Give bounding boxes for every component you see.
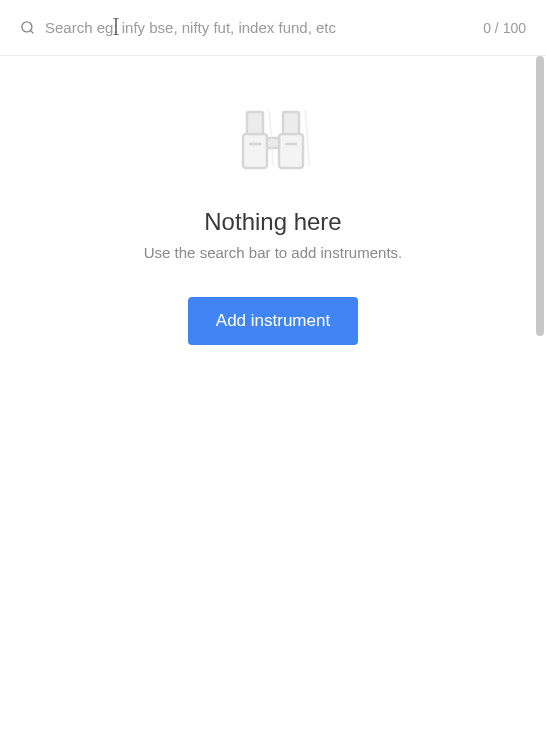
search-bar: 0 / 100 — [0, 0, 546, 56]
svg-rect-2 — [243, 134, 267, 168]
svg-rect-5 — [283, 112, 299, 134]
svg-line-1 — [30, 30, 33, 33]
svg-rect-3 — [279, 134, 303, 168]
content-area: Nothing here Use the search bar to add i… — [0, 56, 546, 750]
add-instrument-button[interactable]: Add instrument — [188, 297, 358, 345]
binoculars-icon — [233, 106, 313, 178]
svg-rect-4 — [247, 112, 263, 134]
search-icon — [20, 20, 35, 35]
search-input[interactable] — [45, 19, 473, 36]
svg-rect-6 — [267, 138, 279, 148]
empty-state-subtitle: Use the search bar to add instruments. — [144, 244, 402, 261]
scrollbar-thumb[interactable] — [536, 56, 544, 336]
scrollbar[interactable] — [536, 56, 544, 356]
watchlist-panel: 0 / 100 — [0, 0, 546, 750]
instrument-counter: 0 / 100 — [483, 20, 526, 36]
empty-state: Nothing here Use the search bar to add i… — [0, 56, 546, 345]
empty-state-title: Nothing here — [204, 208, 341, 236]
